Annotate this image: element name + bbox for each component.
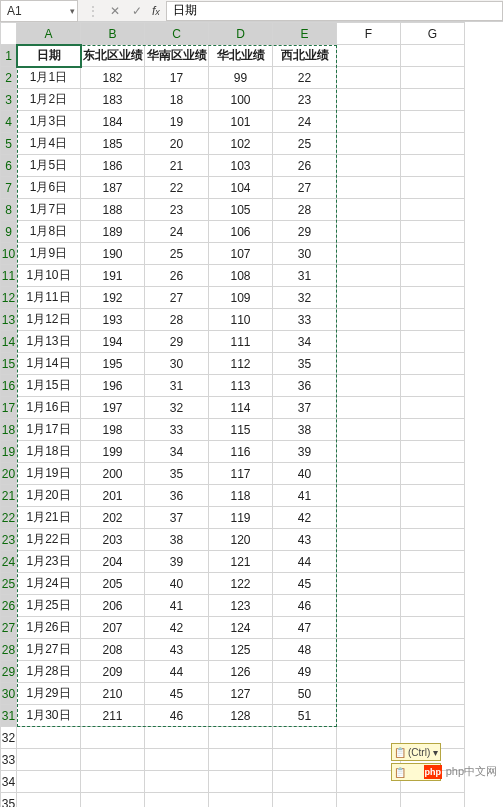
- cell-A18[interactable]: 1月17日: [17, 419, 81, 441]
- cell-F10[interactable]: [337, 243, 401, 265]
- cell-D11[interactable]: 108: [209, 265, 273, 287]
- cell-D16[interactable]: 113: [209, 375, 273, 397]
- cell-F4[interactable]: [337, 111, 401, 133]
- cell-C27[interactable]: 42: [145, 617, 209, 639]
- row-header-7[interactable]: 7: [1, 177, 17, 199]
- cell-B23[interactable]: 203: [81, 529, 145, 551]
- cell-G30[interactable]: [401, 683, 465, 705]
- cell-A13[interactable]: 1月12日: [17, 309, 81, 331]
- row-header-29[interactable]: 29: [1, 661, 17, 683]
- cell-B25[interactable]: 205: [81, 573, 145, 595]
- cell-G15[interactable]: [401, 353, 465, 375]
- name-box[interactable]: A1 ▾: [0, 0, 78, 22]
- cell-G12[interactable]: [401, 287, 465, 309]
- cell-B12[interactable]: 192: [81, 287, 145, 309]
- cell-D28[interactable]: 125: [209, 639, 273, 661]
- cell-E19[interactable]: 39: [273, 441, 337, 463]
- column-header-G[interactable]: G: [401, 23, 465, 45]
- cell-B32[interactable]: [81, 727, 145, 749]
- cell-F6[interactable]: [337, 155, 401, 177]
- cell-F20[interactable]: [337, 463, 401, 485]
- paste-options-button[interactable]: 📋 (Ctrl) ▾: [391, 743, 441, 761]
- cell-D9[interactable]: 106: [209, 221, 273, 243]
- cell-G24[interactable]: [401, 551, 465, 573]
- fx-icon[interactable]: fx: [152, 4, 160, 18]
- row-header-27[interactable]: 27: [1, 617, 17, 639]
- row-header-11[interactable]: 11: [1, 265, 17, 287]
- cell-A31[interactable]: 1月30日: [17, 705, 81, 727]
- cell-B16[interactable]: 196: [81, 375, 145, 397]
- cell-F1[interactable]: [337, 45, 401, 67]
- cell-E27[interactable]: 47: [273, 617, 337, 639]
- cell-C20[interactable]: 35: [145, 463, 209, 485]
- cell-C5[interactable]: 20: [145, 133, 209, 155]
- cell-B27[interactable]: 207: [81, 617, 145, 639]
- cell-D1[interactable]: 华北业绩: [209, 45, 273, 67]
- cell-F2[interactable]: [337, 67, 401, 89]
- cell-F22[interactable]: [337, 507, 401, 529]
- cell-F19[interactable]: [337, 441, 401, 463]
- cell-E13[interactable]: 33: [273, 309, 337, 331]
- cell-B26[interactable]: 206: [81, 595, 145, 617]
- cell-C11[interactable]: 26: [145, 265, 209, 287]
- cell-F16[interactable]: [337, 375, 401, 397]
- cell-G13[interactable]: [401, 309, 465, 331]
- cell-C1[interactable]: 华南区业绩: [145, 45, 209, 67]
- cell-D25[interactable]: 122: [209, 573, 273, 595]
- cell-E23[interactable]: 43: [273, 529, 337, 551]
- cell-A3[interactable]: 1月2日: [17, 89, 81, 111]
- spreadsheet-grid[interactable]: ABCDEFG1日期东北区业绩华南区业绩华北业绩西北业绩21月1日1821799…: [0, 22, 503, 807]
- cell-D7[interactable]: 104: [209, 177, 273, 199]
- row-header-16[interactable]: 16: [1, 375, 17, 397]
- cell-C31[interactable]: 46: [145, 705, 209, 727]
- cell-D10[interactable]: 107: [209, 243, 273, 265]
- row-header-2[interactable]: 2: [1, 67, 17, 89]
- cell-F28[interactable]: [337, 639, 401, 661]
- cell-G21[interactable]: [401, 485, 465, 507]
- cell-G18[interactable]: [401, 419, 465, 441]
- cell-D4[interactable]: 101: [209, 111, 273, 133]
- cell-A29[interactable]: 1月28日: [17, 661, 81, 683]
- select-all-corner[interactable]: [1, 23, 17, 45]
- cell-B6[interactable]: 186: [81, 155, 145, 177]
- cell-G26[interactable]: [401, 595, 465, 617]
- row-header-30[interactable]: 30: [1, 683, 17, 705]
- cell-B7[interactable]: 187: [81, 177, 145, 199]
- cell-A25[interactable]: 1月24日: [17, 573, 81, 595]
- cell-F12[interactable]: [337, 287, 401, 309]
- cell-C10[interactable]: 25: [145, 243, 209, 265]
- cell-F7[interactable]: [337, 177, 401, 199]
- column-header-C[interactable]: C: [145, 23, 209, 45]
- row-header-18[interactable]: 18: [1, 419, 17, 441]
- cell-D30[interactable]: 127: [209, 683, 273, 705]
- row-header-32[interactable]: 32: [1, 727, 17, 749]
- cell-C22[interactable]: 37: [145, 507, 209, 529]
- row-header-6[interactable]: 6: [1, 155, 17, 177]
- cell-F17[interactable]: [337, 397, 401, 419]
- cell-F11[interactable]: [337, 265, 401, 287]
- cell-C34[interactable]: [145, 771, 209, 793]
- cell-F23[interactable]: [337, 529, 401, 551]
- cell-A6[interactable]: 1月5日: [17, 155, 81, 177]
- cell-C29[interactable]: 44: [145, 661, 209, 683]
- cell-D6[interactable]: 103: [209, 155, 273, 177]
- cell-E1[interactable]: 西北业绩: [273, 45, 337, 67]
- cell-E8[interactable]: 28: [273, 199, 337, 221]
- cell-E17[interactable]: 37: [273, 397, 337, 419]
- cell-D24[interactable]: 121: [209, 551, 273, 573]
- cell-G1[interactable]: [401, 45, 465, 67]
- formula-input[interactable]: [166, 1, 503, 21]
- cell-A7[interactable]: 1月6日: [17, 177, 81, 199]
- cell-B18[interactable]: 198: [81, 419, 145, 441]
- cell-C12[interactable]: 27: [145, 287, 209, 309]
- cell-E29[interactable]: 49: [273, 661, 337, 683]
- cell-F21[interactable]: [337, 485, 401, 507]
- cell-E21[interactable]: 41: [273, 485, 337, 507]
- cell-C6[interactable]: 21: [145, 155, 209, 177]
- cell-G2[interactable]: [401, 67, 465, 89]
- cell-C2[interactable]: 17: [145, 67, 209, 89]
- cell-E20[interactable]: 40: [273, 463, 337, 485]
- cell-G27[interactable]: [401, 617, 465, 639]
- cell-D2[interactable]: 99: [209, 67, 273, 89]
- cell-D33[interactable]: [209, 749, 273, 771]
